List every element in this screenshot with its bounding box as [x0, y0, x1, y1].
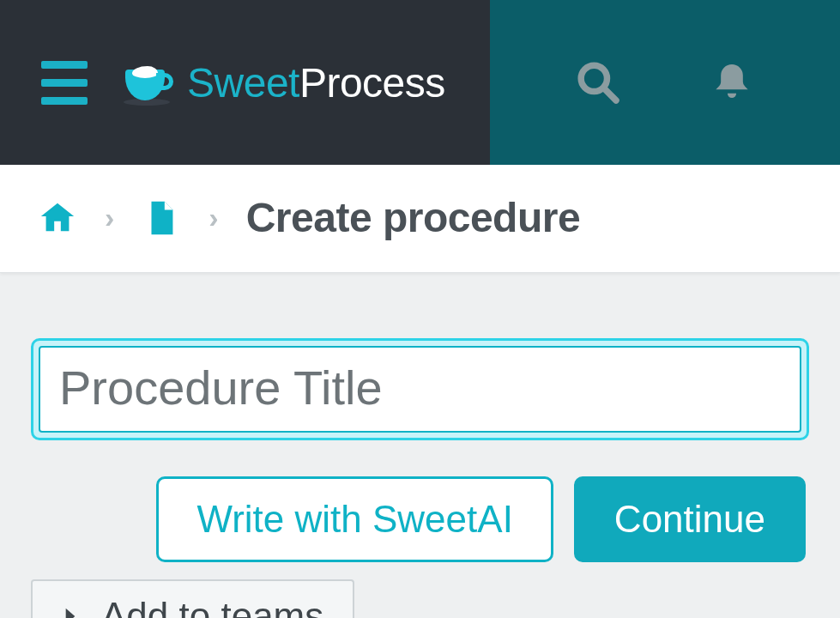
cup-icon — [125, 63, 175, 102]
write-with-ai-button[interactable]: Write with SweetAI — [156, 476, 553, 562]
continue-button[interactable]: Continue — [574, 476, 806, 562]
chevron-right-icon: › — [208, 201, 218, 234]
top-bar: SweetProcess — [0, 0, 840, 165]
procedure-title-input[interactable] — [39, 346, 801, 433]
svg-line-1 — [604, 88, 616, 100]
top-bar-left: SweetProcess — [0, 0, 490, 165]
main-content: Write with SweetAI Continue Add to teams — [0, 273, 840, 618]
action-row: Write with SweetAI Continue — [31, 476, 809, 562]
add-to-teams-button[interactable]: Add to teams — [31, 579, 354, 618]
top-bar-right — [490, 0, 840, 165]
search-icon[interactable] — [574, 58, 622, 106]
chevron-right-icon: › — [105, 201, 114, 234]
menu-button[interactable] — [41, 61, 88, 105]
title-field-wrap — [31, 338, 809, 440]
brand-text: SweetProcess — [187, 59, 445, 106]
chevron-right-icon — [57, 603, 84, 618]
page-title: Create procedure — [246, 194, 580, 241]
bell-icon[interactable] — [708, 58, 756, 106]
document-icon[interactable] — [142, 198, 181, 238]
add-to-teams-label: Add to teams — [101, 595, 323, 618]
breadcrumb: › › Create procedure — [0, 165, 840, 273]
home-icon[interactable] — [38, 198, 77, 238]
brand-logo[interactable]: SweetProcess — [125, 59, 445, 106]
